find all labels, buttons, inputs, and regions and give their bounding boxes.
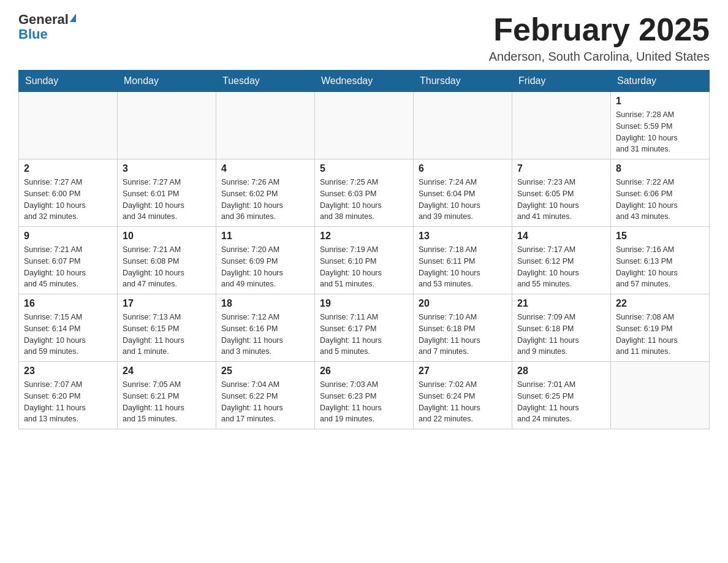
day-info: Sunrise: 7:09 AM Sunset: 6:18 PM Dayligh… <box>517 312 605 358</box>
logo-area: General Blue <box>18 12 76 42</box>
day-info: Sunrise: 7:12 AM Sunset: 6:16 PM Dayligh… <box>221 312 309 358</box>
calendar-cell <box>414 92 512 159</box>
day-number: 26 <box>320 366 408 377</box>
calendar-cell: 28Sunrise: 7:01 AM Sunset: 6:25 PM Dayli… <box>512 362 611 429</box>
day-info: Sunrise: 7:19 AM Sunset: 6:10 PM Dayligh… <box>320 244 408 290</box>
day-info: Sunrise: 7:03 AM Sunset: 6:23 PM Dayligh… <box>320 379 408 425</box>
day-info: Sunrise: 7:10 AM Sunset: 6:18 PM Dayligh… <box>419 312 507 358</box>
calendar-cell <box>512 92 611 159</box>
calendar-cell <box>315 92 414 159</box>
day-info: Sunrise: 7:07 AM Sunset: 6:20 PM Dayligh… <box>24 379 112 425</box>
calendar-cell: 7Sunrise: 7:23 AM Sunset: 6:05 PM Daylig… <box>512 159 611 227</box>
calendar-cell: 2Sunrise: 7:27 AM Sunset: 6:00 PM Daylig… <box>19 159 118 227</box>
calendar-cell: 5Sunrise: 7:25 AM Sunset: 6:03 PM Daylig… <box>315 159 414 227</box>
week-row-2: 2Sunrise: 7:27 AM Sunset: 6:00 PM Daylig… <box>19 159 710 227</box>
week-row-4: 16Sunrise: 7:15 AM Sunset: 6:14 PM Dayli… <box>19 294 710 362</box>
logo-text-general: General <box>18 12 69 27</box>
day-info: Sunrise: 7:20 AM Sunset: 6:09 PM Dayligh… <box>221 244 309 290</box>
day-number: 15 <box>616 231 704 242</box>
day-number: 17 <box>123 298 211 309</box>
day-number: 14 <box>517 231 605 242</box>
day-number: 12 <box>320 231 408 242</box>
header-area: General Blue February 2025 Anderson, Sou… <box>18 12 710 64</box>
weekday-header-monday: Monday <box>118 71 216 92</box>
calendar-cell <box>611 362 710 429</box>
calendar-subtitle: Anderson, South Carolina, United States <box>489 50 710 64</box>
day-info: Sunrise: 7:28 AM Sunset: 5:59 PM Dayligh… <box>616 109 704 155</box>
day-info: Sunrise: 7:08 AM Sunset: 6:19 PM Dayligh… <box>616 312 704 358</box>
day-info: Sunrise: 7:18 AM Sunset: 6:11 PM Dayligh… <box>419 244 507 290</box>
calendar-cell: 25Sunrise: 7:04 AM Sunset: 6:22 PM Dayli… <box>216 362 315 429</box>
day-info: Sunrise: 7:24 AM Sunset: 6:04 PM Dayligh… <box>419 177 507 223</box>
day-number: 25 <box>221 366 309 377</box>
day-info: Sunrise: 7:27 AM Sunset: 6:00 PM Dayligh… <box>24 177 112 223</box>
day-number: 21 <box>517 298 605 309</box>
calendar-cell: 27Sunrise: 7:02 AM Sunset: 6:24 PM Dayli… <box>414 362 512 429</box>
day-number: 24 <box>123 366 211 377</box>
calendar-cell: 26Sunrise: 7:03 AM Sunset: 6:23 PM Dayli… <box>315 362 414 429</box>
day-info: Sunrise: 7:27 AM Sunset: 6:01 PM Dayligh… <box>123 177 211 223</box>
week-row-3: 9Sunrise: 7:21 AM Sunset: 6:07 PM Daylig… <box>19 227 710 294</box>
week-row-5: 23Sunrise: 7:07 AM Sunset: 6:20 PM Dayli… <box>19 362 710 429</box>
weekday-header-friday: Friday <box>512 71 611 92</box>
calendar-cell <box>19 92 118 159</box>
logo-triangle-icon <box>70 13 76 22</box>
weekday-header-sunday: Sunday <box>19 71 118 92</box>
day-number: 22 <box>616 298 704 309</box>
calendar-cell: 22Sunrise: 7:08 AM Sunset: 6:19 PM Dayli… <box>611 294 710 362</box>
calendar-cell: 9Sunrise: 7:21 AM Sunset: 6:07 PM Daylig… <box>19 227 118 294</box>
calendar-cell: 17Sunrise: 7:13 AM Sunset: 6:15 PM Dayli… <box>118 294 216 362</box>
day-info: Sunrise: 7:21 AM Sunset: 6:07 PM Dayligh… <box>24 244 112 290</box>
weekday-header-saturday: Saturday <box>611 71 710 92</box>
calendar-cell: 11Sunrise: 7:20 AM Sunset: 6:09 PM Dayli… <box>216 227 315 294</box>
day-info: Sunrise: 7:05 AM Sunset: 6:21 PM Dayligh… <box>123 379 211 425</box>
day-info: Sunrise: 7:22 AM Sunset: 6:06 PM Dayligh… <box>616 177 704 223</box>
day-number: 18 <box>221 298 309 309</box>
weekday-header-thursday: Thursday <box>414 71 512 92</box>
day-number: 6 <box>419 163 507 174</box>
logo-text-blue: Blue <box>18 27 48 42</box>
day-info: Sunrise: 7:11 AM Sunset: 6:17 PM Dayligh… <box>320 312 408 358</box>
day-info: Sunrise: 7:21 AM Sunset: 6:08 PM Dayligh… <box>123 244 211 290</box>
calendar-cell: 24Sunrise: 7:05 AM Sunset: 6:21 PM Dayli… <box>118 362 216 429</box>
day-number: 27 <box>419 366 507 377</box>
day-number: 19 <box>320 298 408 309</box>
day-number: 7 <box>517 163 605 174</box>
calendar-cell: 23Sunrise: 7:07 AM Sunset: 6:20 PM Dayli… <box>19 362 118 429</box>
day-number: 11 <box>221 231 309 242</box>
week-row-1: 1Sunrise: 7:28 AM Sunset: 5:59 PM Daylig… <box>19 92 710 159</box>
calendar-cell: 10Sunrise: 7:21 AM Sunset: 6:08 PM Dayli… <box>118 227 216 294</box>
weekday-header-tuesday: Tuesday <box>216 71 315 92</box>
day-number: 1 <box>616 96 704 107</box>
day-info: Sunrise: 7:25 AM Sunset: 6:03 PM Dayligh… <box>320 177 408 223</box>
calendar-title: February 2025 <box>489 12 710 47</box>
day-info: Sunrise: 7:17 AM Sunset: 6:12 PM Dayligh… <box>517 244 605 290</box>
day-number: 9 <box>24 231 112 242</box>
day-info: Sunrise: 7:02 AM Sunset: 6:24 PM Dayligh… <box>419 379 507 425</box>
day-number: 4 <box>221 163 309 174</box>
calendar-cell: 3Sunrise: 7:27 AM Sunset: 6:01 PM Daylig… <box>118 159 216 227</box>
calendar-cell: 8Sunrise: 7:22 AM Sunset: 6:06 PM Daylig… <box>611 159 710 227</box>
calendar-cell <box>118 92 216 159</box>
day-number: 13 <box>419 231 507 242</box>
weekday-header-row: SundayMondayTuesdayWednesdayThursdayFrid… <box>19 71 710 92</box>
day-number: 16 <box>24 298 112 309</box>
calendar-cell: 16Sunrise: 7:15 AM Sunset: 6:14 PM Dayli… <box>19 294 118 362</box>
title-area: February 2025 Anderson, South Carolina, … <box>489 12 710 64</box>
calendar-cell: 20Sunrise: 7:10 AM Sunset: 6:18 PM Dayli… <box>414 294 512 362</box>
day-info: Sunrise: 7:04 AM Sunset: 6:22 PM Dayligh… <box>221 379 309 425</box>
day-number: 20 <box>419 298 507 309</box>
calendar-cell <box>216 92 315 159</box>
day-number: 28 <box>517 366 605 377</box>
day-number: 23 <box>24 366 112 377</box>
day-info: Sunrise: 7:23 AM Sunset: 6:05 PM Dayligh… <box>517 177 605 223</box>
calendar-cell: 4Sunrise: 7:26 AM Sunset: 6:02 PM Daylig… <box>216 159 315 227</box>
calendar-table: SundayMondayTuesdayWednesdayThursdayFrid… <box>18 70 710 429</box>
calendar-cell: 21Sunrise: 7:09 AM Sunset: 6:18 PM Dayli… <box>512 294 611 362</box>
calendar-cell: 18Sunrise: 7:12 AM Sunset: 6:16 PM Dayli… <box>216 294 315 362</box>
day-info: Sunrise: 7:16 AM Sunset: 6:13 PM Dayligh… <box>616 244 704 290</box>
day-info: Sunrise: 7:15 AM Sunset: 6:14 PM Dayligh… <box>24 312 112 358</box>
day-number: 3 <box>123 163 211 174</box>
calendar-cell: 19Sunrise: 7:11 AM Sunset: 6:17 PM Dayli… <box>315 294 414 362</box>
day-number: 5 <box>320 163 408 174</box>
